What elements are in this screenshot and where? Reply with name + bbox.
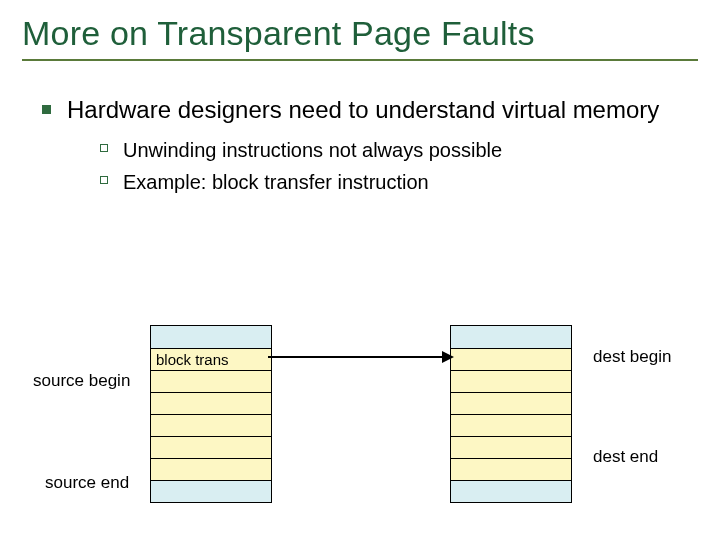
slide-title: More on Transparent Page Faults [22,14,698,53]
sub-bullet-text: Example: block transfer instruction [123,169,429,195]
sub-bullet-icon [100,176,108,184]
mem-row [451,414,571,436]
bullet-level2: Example: block transfer instruction [100,169,698,195]
mem-row [151,326,271,348]
mem-row [151,370,271,392]
sub-bullet-text: Unwinding instructions not always possib… [123,137,502,163]
mem-row [451,458,571,480]
bullet-level2: Unwinding instructions not always possib… [100,137,698,163]
label-source-end: source end [45,473,129,493]
mem-row [451,436,571,458]
label-dest-begin: dest begin [593,347,671,367]
mem-row [151,392,271,414]
label-source-begin: source begin [33,371,130,391]
sub-bullet-icon [100,144,108,152]
memory-block-source: block trans [150,325,272,503]
mem-row [451,370,571,392]
arrow-icon [268,356,452,358]
mem-row [151,480,271,502]
slide: More on Transparent Page Faults Hardware… [0,0,720,540]
bullet-text: Hardware designers need to understand vi… [67,95,659,125]
diagram: block trans source begin source end dest… [0,325,720,525]
memory-block-dest [450,325,572,503]
bullet-icon [42,105,51,114]
bullet-level1: Hardware designers need to understand vi… [42,95,698,125]
mem-row [451,480,571,502]
mem-row [451,326,571,348]
mem-row [151,458,271,480]
mem-row [151,436,271,458]
label-dest-end: dest end [593,447,658,467]
title-rule: More on Transparent Page Faults [22,14,698,61]
mem-row [451,392,571,414]
mem-row-block-trans: block trans [151,348,271,370]
mem-row [451,348,571,370]
mem-row [151,414,271,436]
